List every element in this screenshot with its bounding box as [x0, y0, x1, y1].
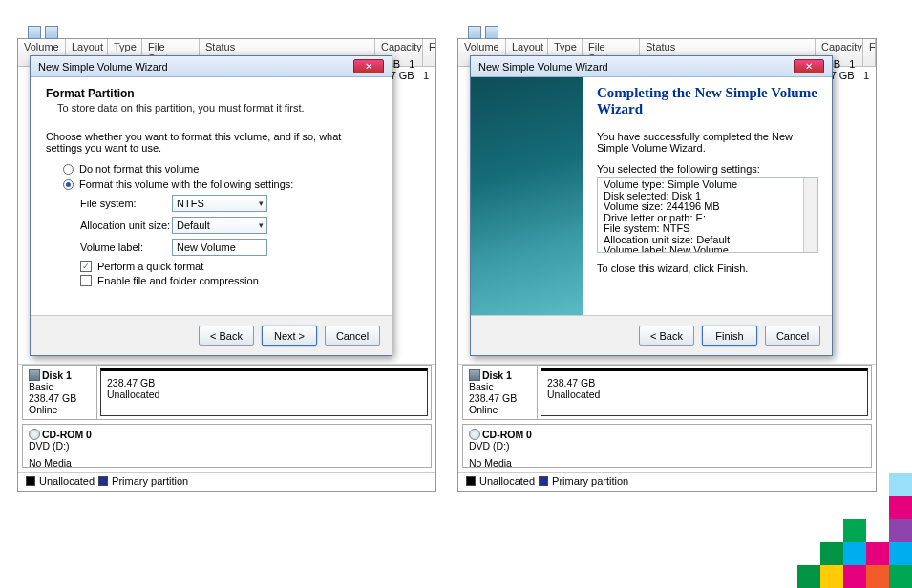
radio-no-format[interactable]: Do not format this volume	[63, 163, 376, 175]
radio-format[interactable]: Format this volume with the following se…	[63, 178, 376, 190]
disk-mgmt-panel-left: Volume Layout Type File System Status Ca…	[17, 38, 436, 492]
wizard-title: New Simple Volume Wizard	[478, 61, 608, 73]
label-volume: Volume label:	[80, 242, 172, 253]
vol-size: 238.47 GB	[107, 377, 421, 388]
wizard-instruction: Choose whether you want to format this v…	[46, 131, 376, 154]
radio-icon	[63, 179, 74, 190]
cancel-button[interactable]: Cancel	[765, 326, 820, 346]
disk-mgmt-panel-right: Volume Layout Type File System Status Ca…	[457, 38, 877, 492]
legend-swatch-primary	[98, 476, 108, 486]
cdrom-path: DVD (D:)	[469, 440, 865, 452]
checkbox-icon: ✓	[80, 261, 92, 272]
finish-button[interactable]: Finish	[702, 326, 757, 346]
wizard-titlebar[interactable]: New Simple Volume Wizard ✕	[471, 56, 832, 77]
legend: Unallocated Primary partition	[18, 472, 435, 490]
disk-status: Online	[469, 404, 531, 415]
legend-label: Unallocated	[39, 475, 95, 487]
toolbar-icon[interactable]	[45, 26, 58, 39]
check-label: Perform a quick format	[97, 261, 203, 272]
wizard-completing: New Simple Volume Wizard ✕ Completing th…	[470, 55, 833, 356]
disk-row-disk1[interactable]: Disk 1 Basic 238.47 GB Online 238.47 GB …	[462, 365, 872, 420]
disk-size: 238.47 GB	[469, 392, 531, 404]
legend-label: Unallocated	[479, 475, 535, 487]
cdrom-name: CD-ROM 0	[42, 429, 92, 440]
check-compression[interactable]: Enable file and folder compression	[80, 275, 376, 286]
volume-box[interactable]: 238.47 GB Unallocated	[541, 368, 868, 416]
disk-row-cdrom[interactable]: CD-ROM 0 DVD (D:) No Media	[22, 424, 432, 468]
disk-type: Basic	[469, 381, 531, 392]
radio-label: Format this volume with the following se…	[79, 178, 293, 190]
disk-status: Online	[29, 404, 91, 415]
wizard-title: New Simple Volume Wizard	[38, 61, 168, 73]
disk-name: Disk 1	[42, 369, 72, 381]
vol-state: Unallocated	[547, 388, 861, 400]
label-allocation: Allocation unit size:	[80, 220, 172, 231]
wizard-heading: Format Partition	[46, 87, 376, 100]
cancel-button[interactable]: Cancel	[325, 326, 380, 346]
cd-icon	[29, 429, 40, 440]
summary-line: Volume type: Simple Volume	[604, 179, 812, 191]
back-button[interactable]: < Back	[639, 326, 694, 346]
vol-state: Unallocated	[107, 388, 421, 400]
close-button[interactable]: ✕	[794, 59, 824, 74]
disk-row-cdrom[interactable]: CD-ROM 0 DVD (D:) No Media	[462, 424, 872, 468]
legend-label: Primary partition	[552, 475, 628, 487]
toolbar	[28, 26, 58, 39]
toolbar	[468, 26, 498, 39]
check-quick-format[interactable]: ✓ Perform a quick format	[80, 261, 376, 272]
summary-label: You selected the following settings:	[597, 163, 818, 175]
disk-graphic-area: Disk 1 Basic 238.47 GB Online 238.47 GB …	[458, 364, 876, 491]
hdd-icon	[29, 369, 40, 381]
combo-allocation[interactable]: Default	[172, 217, 267, 234]
wizard-message: You have successfully completed the New …	[597, 131, 818, 154]
close-instruction: To close this wizard, click Finish.	[597, 262, 818, 274]
decorative-pixels	[797, 473, 912, 588]
input-volume-label[interactable]: New Volume	[172, 239, 267, 256]
toolbar-icon[interactable]	[485, 26, 498, 39]
disk-name: Disk 1	[482, 369, 512, 381]
back-button[interactable]: < Back	[199, 326, 254, 346]
check-label: Enable file and folder compression	[97, 275, 259, 286]
legend-swatch-unallocated	[26, 476, 35, 486]
summary-line: Volume size: 244196 MB	[604, 201, 812, 213]
wizard-titlebar[interactable]: New Simple Volume Wizard ✕	[31, 56, 392, 77]
legend-swatch-primary	[539, 476, 548, 486]
disk-row-disk1[interactable]: Disk 1 Basic 238.47 GB Online 238.47 GB …	[22, 365, 432, 420]
disk-graphic-area: Disk 1 Basic 238.47 GB Online 238.47 GB …	[18, 364, 435, 491]
legend-label: Primary partition	[112, 475, 188, 487]
radio-label: Do not format this volume	[79, 163, 199, 175]
label-filesystem: File system:	[80, 198, 172, 209]
combo-filesystem[interactable]: NTFS	[172, 195, 267, 212]
cd-icon	[469, 429, 480, 440]
scrollbar[interactable]	[803, 178, 817, 252]
wizard-banner-image	[471, 77, 583, 315]
close-button[interactable]: ✕	[353, 59, 384, 74]
cdrom-name: CD-ROM 0	[482, 429, 532, 440]
summary-box[interactable]: Volume type: Simple Volume Disk selected…	[597, 177, 818, 253]
wizard-heading: Completing the New Simple Volume Wizard	[597, 85, 818, 117]
toolbar-icon[interactable]	[468, 26, 481, 39]
toolbar-icon[interactable]	[28, 26, 41, 39]
summary-line: Volume label: New Volume	[604, 245, 812, 253]
summary-line: File system: NTFS	[604, 223, 812, 235]
hdd-icon	[469, 369, 480, 381]
radio-icon	[63, 164, 74, 175]
cdrom-path: DVD (D:)	[29, 440, 425, 452]
wizard-format-partition: New Simple Volume Wizard ✕ Format Partit…	[30, 55, 392, 356]
volume-box[interactable]: 238.47 GB Unallocated	[100, 368, 428, 416]
vol-size: 238.47 GB	[547, 377, 861, 388]
disk-size: 238.47 GB	[29, 392, 91, 404]
disk-type: Basic	[29, 381, 91, 392]
cdrom-status: No Media	[469, 457, 865, 469]
next-button[interactable]: Next >	[262, 326, 317, 346]
cdrom-status: No Media	[29, 457, 425, 469]
checkbox-icon	[80, 275, 92, 286]
wizard-subtitle: To store data on this partition, you mus…	[57, 102, 376, 114]
legend-swatch-unallocated	[466, 476, 476, 486]
